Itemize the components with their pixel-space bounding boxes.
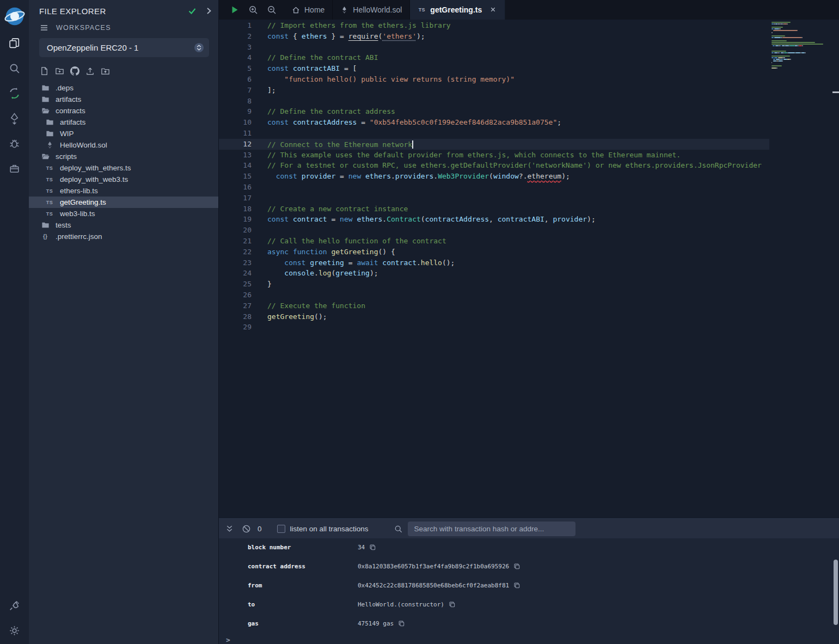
file-name: ethers-lib.ts	[60, 187, 98, 195]
code-line-28[interactable]: 28getGreeting();	[219, 311, 769, 322]
code-line-17[interactable]: 17	[219, 193, 769, 204]
code-line-18[interactable]: 18// Create a new contract instance	[219, 204, 769, 214]
file-item-getGreeting.ts[interactable]: TSgetGreeting.ts	[29, 197, 218, 208]
workspaces-menu-icon[interactable]	[39, 23, 49, 33]
code-line-3[interactable]: 3	[219, 42, 769, 53]
folder-icon	[41, 95, 50, 104]
file-item-web3-lib.ts[interactable]: TSweb3-lib.ts	[29, 208, 218, 219]
listen-transactions-checkbox[interactable]	[277, 525, 285, 533]
file-name: artifacts	[56, 95, 81, 103]
copy-icon[interactable]	[369, 544, 376, 551]
file-name: tests	[56, 221, 71, 229]
code-line-1[interactable]: 1// Import ethers from the ethers.js lib…	[219, 20, 769, 31]
close-icon[interactable]	[489, 6, 497, 14]
code-line-2[interactable]: 2const { ethers } = require('ethers');	[219, 31, 769, 42]
check-icon[interactable]	[187, 6, 197, 16]
search-button[interactable]	[0, 56, 29, 81]
code-line-6[interactable]: 6 "function hello() public view returns …	[219, 74, 769, 85]
code-line-13[interactable]: 13// This example uses the default provi…	[219, 150, 769, 161]
minimap[interactable]	[769, 20, 832, 518]
workspace-selector[interactable]: OpenZeppelin ERC20 - 1	[39, 38, 209, 57]
file-item-deploy_with_ethers.ts[interactable]: TSdeploy_with_ethers.ts	[29, 162, 218, 174]
remix-logo-icon	[3, 5, 26, 28]
code-line-9[interactable]: 9// Define the contract address	[219, 106, 769, 117]
code-line-27[interactable]: 27// Execute the function	[219, 300, 769, 311]
plugins-button[interactable]	[0, 156, 29, 181]
file-item-.deps[interactable]: .deps	[29, 82, 218, 94]
code-line-29[interactable]: 29	[219, 322, 769, 333]
code-line-24[interactable]: 24 console.log(greeting);	[219, 268, 769, 279]
code-line-26[interactable]: 26	[219, 290, 769, 300]
terminal-prompt[interactable]: >	[219, 636, 839, 644]
settings-button[interactable]	[0, 618, 29, 643]
line-number: 4	[219, 52, 252, 63]
code-line-21[interactable]: 21// Call the hello function of the cont…	[219, 236, 769, 247]
text-cursor	[412, 140, 413, 149]
file-item-deploy_with_web3.ts[interactable]: TSdeploy_with_web3.ts	[29, 174, 218, 185]
code-line-22[interactable]: 22async function getGreeting() {	[219, 247, 769, 257]
tab-Home[interactable]: Home	[284, 0, 333, 20]
chevrons-down-icon[interactable]	[225, 524, 234, 533]
file-item-.prettierrc.json[interactable]: {}.prettierrc.json	[29, 231, 218, 242]
new-file-button[interactable]	[39, 66, 49, 76]
file-item-artifacts[interactable]: artifacts	[29, 94, 218, 105]
code-line-25[interactable]: 25}	[219, 279, 769, 290]
file-item-contracts[interactable]: contracts	[29, 105, 218, 116]
solidity-compiler-icon	[8, 87, 21, 100]
copy-icon[interactable]	[398, 620, 405, 627]
copy-icon[interactable]	[513, 582, 520, 589]
solidity-compiler-button[interactable]	[0, 81, 29, 106]
folder-icon	[45, 130, 54, 138]
activity-bar	[0, 0, 29, 644]
zoom-in-button[interactable]	[248, 5, 258, 15]
tab-getGreeting.ts[interactable]: TSgetGreeting.ts	[410, 0, 505, 20]
code-line-19[interactable]: 19const contract = new ethers.Contract(c…	[219, 214, 769, 225]
ban-icon[interactable]	[242, 524, 251, 533]
code-line-23[interactable]: 23 const greeting = await contract.hello…	[219, 257, 769, 268]
file-item-artifacts[interactable]: artifacts	[29, 116, 218, 128]
new-folder-button[interactable]	[54, 66, 64, 76]
code-line-8[interactable]: 8	[219, 96, 769, 107]
remix-logo[interactable]	[0, 2, 29, 30]
scrollbar-thumb[interactable]	[834, 560, 838, 625]
github-button[interactable]	[70, 66, 79, 76]
upload-folder-button[interactable]	[100, 66, 110, 76]
code-line-11[interactable]: 11	[219, 128, 769, 139]
terminal-search-input[interactable]	[408, 522, 575, 536]
file-explorer-button[interactable]	[0, 30, 29, 56]
folder-open-icon	[41, 152, 50, 161]
code-line-15[interactable]: 15 const provider = new ethers.providers…	[219, 171, 769, 182]
terminal-toolbar: 0 listen on all transactions	[219, 519, 839, 538]
copy-icon[interactable]	[513, 563, 520, 570]
deploy-run-button[interactable]	[0, 106, 29, 131]
workspace-switch-icon[interactable]	[194, 42, 204, 53]
tab-HelloWorld.sol[interactable]: HelloWorld.sol	[333, 0, 410, 20]
run-button[interactable]	[230, 5, 240, 15]
ts-icon: TS	[45, 187, 54, 195]
file-item-scripts[interactable]: scripts	[29, 151, 218, 162]
line-number: 27	[219, 300, 252, 311]
debugger-button[interactable]	[0, 131, 29, 156]
line-number: 21	[219, 236, 252, 247]
plugin-manager-button[interactable]	[0, 593, 29, 618]
code-line-14[interactable]: 14// For a testnet or custom RPC, use et…	[219, 160, 769, 171]
folder-icon	[41, 221, 50, 230]
code-line-7[interactable]: 7];	[219, 85, 769, 96]
code-line-5[interactable]: 5const contractABI = [	[219, 63, 769, 74]
zoom-out-button[interactable]	[267, 5, 277, 15]
file-item-HelloWorld.sol[interactable]: HelloWorld.sol	[29, 139, 218, 151]
file-item-tests[interactable]: tests	[29, 219, 218, 231]
code-line-16[interactable]: 16	[219, 182, 769, 193]
run-icon	[230, 5, 240, 15]
line-number: 16	[219, 182, 252, 193]
chevron-right-icon[interactable]	[204, 6, 213, 16]
upload-file-button[interactable]	[85, 66, 95, 76]
code-line-4[interactable]: 4// Define the contract ABI	[219, 52, 769, 63]
file-item-WIP[interactable]: WIP	[29, 128, 218, 139]
listen-transactions-label[interactable]: listen on all transactions	[290, 525, 369, 533]
copy-icon[interactable]	[449, 601, 456, 608]
code-line-12[interactable]: 12// Connect to the Ethereum network	[219, 139, 769, 150]
code-line-20[interactable]: 20	[219, 225, 769, 236]
file-item-ethers-lib.ts[interactable]: TSethers-lib.ts	[29, 185, 218, 197]
code-line-10[interactable]: 10const contractAddress = "0xb54febb5c0c…	[219, 117, 769, 128]
